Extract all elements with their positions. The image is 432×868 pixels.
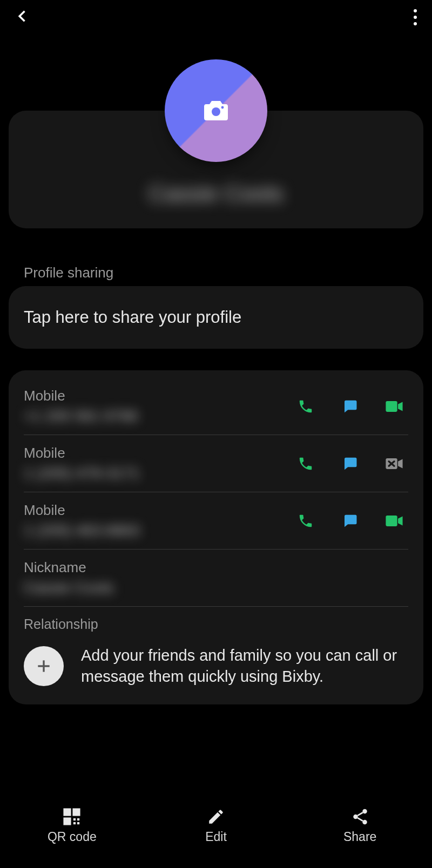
phone-label: Mobile: [24, 445, 296, 462]
message-icon: [341, 513, 359, 529]
message-button[interactable]: [340, 454, 360, 473]
header-bar: [0, 0, 432, 35]
svg-rect-13: [73, 818, 76, 820]
qr-code-icon: [63, 808, 81, 826]
relationship-hint-text: Add your friends and family so you can c…: [81, 645, 408, 687]
relationship-section: Relationship Add your friends and family…: [24, 607, 408, 687]
message-icon: [341, 398, 359, 415]
message-button[interactable]: [340, 511, 360, 531]
phone-number: +1 205 561 6788: [24, 408, 296, 425]
phone-icon: [296, 513, 315, 529]
nickname-value: Cassie Coots: [24, 579, 408, 596]
video-icon: [385, 513, 403, 529]
add-relationship-button[interactable]: [24, 646, 64, 686]
nickname-label: Nickname: [24, 559, 408, 576]
profile-sharing-label: Profile sharing: [24, 265, 113, 281]
svg-rect-15: [73, 822, 76, 824]
svg-point-18: [353, 814, 358, 819]
qr-code-label: QR code: [48, 830, 97, 844]
edit-label: Edit: [205, 830, 227, 844]
svg-rect-2: [386, 401, 397, 412]
message-icon: [341, 456, 359, 472]
svg-point-19: [362, 819, 367, 824]
camera-icon: [203, 100, 229, 121]
svg-line-20: [357, 812, 363, 816]
share-button[interactable]: Share: [288, 796, 432, 855]
phone-label: Mobile: [24, 502, 296, 519]
svg-point-1: [221, 106, 224, 109]
svg-line-21: [357, 818, 363, 821]
dot-icon: [414, 22, 417, 25]
more-options-button[interactable]: [414, 9, 417, 25]
plus-icon: [35, 657, 52, 675]
call-button[interactable]: [296, 397, 315, 416]
profile-sharing-text: Tap here to share your profile: [24, 308, 241, 327]
video-call-button[interactable]: [384, 511, 404, 531]
back-button[interactable]: [15, 9, 30, 26]
relationship-label: Relationship: [24, 616, 408, 632]
call-button[interactable]: [296, 511, 315, 531]
svg-rect-4: [386, 516, 397, 526]
pencil-icon: [207, 808, 225, 826]
svg-rect-16: [77, 822, 79, 824]
phone-row[interactable]: Mobile 1 (205) 463-8863: [24, 492, 408, 550]
phone-row[interactable]: Mobile +1 205 561 6788: [24, 378, 408, 435]
video-off-icon: [385, 456, 403, 472]
avatar-edit-button[interactable]: [165, 59, 267, 162]
phone-number: 1 (205) 463-8863: [24, 522, 296, 539]
phone-number: 1 (205) 478-3171: [24, 465, 296, 482]
dot-icon: [414, 9, 417, 12]
phone-label: Mobile: [24, 388, 296, 404]
edit-button[interactable]: Edit: [144, 796, 288, 855]
call-button[interactable]: [296, 454, 315, 473]
video-call-disabled-button[interactable]: [384, 454, 404, 473]
chevron-left-icon: [15, 9, 30, 24]
svg-point-17: [362, 809, 367, 813]
phone-icon: [296, 398, 315, 415]
contact-name: Cassie Coots: [9, 181, 423, 207]
details-card: Mobile +1 205 561 6788 Mobile 1 (205) 47…: [9, 370, 423, 704]
share-label: Share: [343, 830, 376, 844]
svg-rect-10: [76, 811, 78, 813]
video-call-button[interactable]: [384, 397, 404, 416]
dot-icon: [414, 16, 417, 19]
svg-rect-12: [66, 820, 69, 822]
svg-rect-8: [66, 811, 69, 813]
svg-point-0: [212, 107, 220, 116]
share-icon: [351, 808, 369, 826]
nickname-row[interactable]: Nickname Cassie Coots: [24, 550, 408, 607]
qr-code-button[interactable]: QR code: [0, 796, 144, 855]
phone-icon: [296, 456, 315, 472]
message-button[interactable]: [340, 397, 360, 416]
bottom-toolbar: QR code Edit Share: [0, 796, 432, 855]
svg-rect-14: [77, 818, 79, 820]
profile-sharing-button[interactable]: Tap here to share your profile: [9, 286, 423, 349]
video-icon: [385, 398, 403, 415]
phone-row[interactable]: Mobile 1 (205) 478-3171: [24, 435, 408, 492]
